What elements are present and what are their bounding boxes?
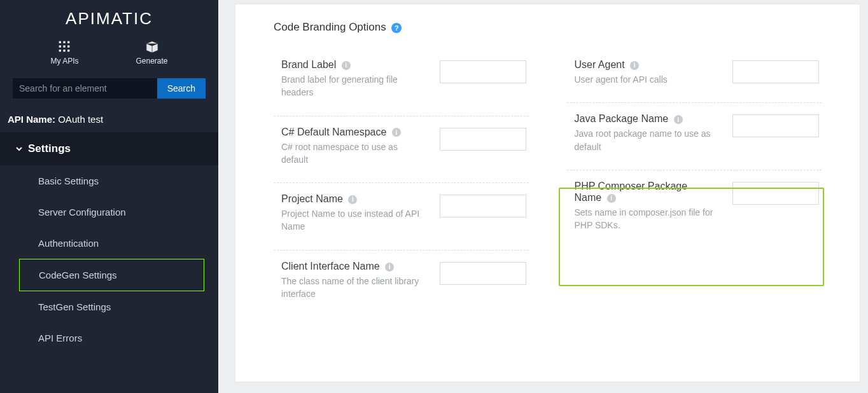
nav-server-configuration[interactable]: Server Configuration [0, 197, 218, 228]
desc-java-package: Java root package name to use as default [575, 127, 717, 153]
input-csharp-namespace[interactable] [440, 128, 526, 151]
desc-user-agent: User agent for API calls [575, 73, 717, 86]
info-icon[interactable]: i [348, 195, 357, 204]
svg-rect-4 [64, 45, 66, 47]
svg-rect-2 [67, 41, 69, 43]
input-brand-label[interactable] [440, 60, 526, 83]
label-text: C# Default Namespace [281, 127, 386, 137]
svg-rect-1 [64, 41, 66, 43]
svg-rect-0 [59, 41, 61, 43]
brand-logo: APIMATIC [0, 0, 218, 29]
grid-icon [58, 40, 71, 53]
top-nav: My APIs Generate [0, 29, 218, 72]
box-icon [145, 40, 159, 53]
nav-authentication[interactable]: Authentication [0, 228, 218, 259]
label-text: Brand Label [281, 59, 336, 70]
highlight-box [559, 188, 824, 286]
left-column: Brand Label i Brand label for generating… [274, 49, 529, 317]
info-icon[interactable]: i [385, 263, 394, 272]
label-project-name: Project Name i [281, 193, 423, 205]
svg-rect-6 [59, 50, 61, 52]
generate-link[interactable]: Generate [136, 40, 167, 66]
field-user-agent: User Agent i User agent for API calls [567, 49, 822, 103]
desc-client-interface: The class name of the client library int… [281, 275, 423, 301]
nav-api-errors[interactable]: API Errors [0, 322, 218, 354]
api-name-value: OAuth test [58, 114, 103, 125]
my-apis-link[interactable]: My APIs [50, 40, 78, 66]
info-icon[interactable]: i [342, 61, 351, 70]
help-icon[interactable]: ? [391, 23, 402, 33]
label-user-agent: User Agent i [575, 59, 717, 71]
generate-label: Generate [136, 57, 167, 66]
svg-rect-3 [59, 45, 61, 47]
label-brand-label: Brand Label i [281, 59, 423, 71]
svg-rect-5 [67, 45, 69, 47]
main-content: Code Branding Options ? Brand Label i Br… [218, 0, 868, 393]
field-java-package: Java Package Name i Java root package na… [567, 103, 822, 170]
field-csharp-namespace: C# Default Namespace i C# root namespace… [274, 116, 529, 184]
chevron-down-icon [15, 145, 23, 153]
search-button[interactable]: Search [157, 78, 206, 99]
label-client-interface: Client Interface Name i [281, 261, 423, 272]
label-text: Client Interface Name [281, 261, 380, 272]
label-text: Project Name [281, 193, 343, 204]
api-name-display: API Name: OAuth test [0, 106, 218, 132]
field-project-name: Project Name i Project Name to use inste… [274, 183, 529, 251]
info-icon[interactable]: i [630, 61, 639, 70]
input-project-name[interactable] [440, 195, 526, 217]
info-icon[interactable]: i [392, 128, 401, 137]
input-client-interface[interactable] [440, 262, 526, 285]
input-java-package[interactable] [732, 114, 819, 137]
input-user-agent[interactable] [732, 60, 819, 83]
my-apis-label: My APIs [50, 57, 78, 66]
info-icon[interactable]: i [674, 115, 683, 124]
panel-title: Code Branding Options ? [274, 21, 822, 34]
search-input[interactable] [13, 78, 157, 99]
svg-rect-8 [67, 50, 69, 52]
nav-codegen-settings[interactable]: CodeGen Settings [19, 259, 204, 291]
sidebar: APIMATIC My APIs Generate Search API Nam… [0, 0, 218, 393]
field-client-interface: Client Interface Name i The class name o… [274, 251, 529, 317]
label-text: User Agent [575, 59, 625, 70]
api-name-label: API Name: [8, 114, 55, 125]
section-label: Settings [28, 142, 71, 155]
label-text: Java Package Name [575, 113, 669, 124]
label-csharp-namespace: C# Default Namespace i [281, 127, 423, 138]
desc-brand-label: Brand label for generating file headers [281, 73, 423, 99]
settings-section-header[interactable]: Settings [0, 132, 218, 165]
panel: Code Branding Options ? Brand Label i Br… [235, 4, 860, 382]
field-brand-label: Brand Label i Brand label for generating… [274, 49, 529, 116]
search-row: Search [0, 72, 218, 106]
panel-title-text: Code Branding Options [274, 21, 386, 33]
desc-csharp-namespace: C# root namespace to use as default [281, 141, 423, 167]
svg-rect-7 [64, 50, 66, 52]
label-java-package: Java Package Name i [575, 113, 717, 125]
desc-project-name: Project Name to use instead of API Name [281, 207, 423, 233]
nav-testgen-settings[interactable]: TestGen Settings [0, 291, 218, 322]
nav-basic-settings[interactable]: Basic Settings [0, 165, 218, 197]
